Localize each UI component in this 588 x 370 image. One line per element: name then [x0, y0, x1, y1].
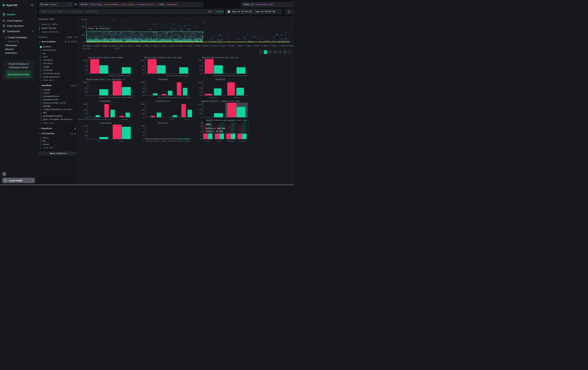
svg-text:100: 100 — [141, 59, 144, 61]
svg-text:0: 0 — [85, 116, 87, 118]
svg-text:0: 0 — [85, 138, 87, 140]
svg-text:1600267: 1600267 — [161, 140, 168, 142]
svg-text:25: 25 — [199, 69, 202, 71]
svg-text:100: 100 — [141, 81, 144, 83]
svg-text:0.51.1: 0.51.1 — [184, 119, 190, 120]
svg-text:ResourceAttributes.k8s.pod.uid: ResourceAttributes.k8s.pod.uid — [202, 57, 239, 59]
svg-text:0: 0 — [143, 116, 144, 118]
svg-text:Server: Server — [233, 97, 239, 99]
svg-text:grpc.oteldemo.PaymentService/C: grpc.oteldemo.PaymentService/Charge — [158, 97, 190, 99]
svg-text:50: 50 — [84, 65, 87, 67]
svg-text:StatusCode: StatusCode — [99, 122, 112, 124]
svg-text:100: 100 — [141, 103, 144, 105]
svg-text:100: 100 — [198, 81, 202, 83]
svg-text:ScopeName: ScopeName — [100, 100, 111, 102]
svg-text:5e02b5fb-13ae-4296-bbbc-111f42: 5e02b5fb-13ae-4296-bbbc-111f423c460d — [213, 75, 247, 77]
svg-text:Internal: Internal — [210, 97, 218, 99]
svg-text:584623: 584623 — [178, 140, 184, 142]
svg-text:0: 0 — [85, 94, 87, 97]
svg-text:1386792: 1386792 — [153, 140, 160, 142]
svg-text:50: 50 — [84, 87, 87, 89]
svg-text:50: 50 — [84, 131, 87, 133]
svg-text:SpanAttributes...yment.card_ty: SpanAttributes...yment.card_type — [201, 100, 240, 102]
svg-text:100: 100 — [83, 59, 87, 61]
svg-text:payment-7985c8969c-mwmw7: payment-7985c8969c-mwmw7 — [167, 75, 189, 77]
svg-text:ScopeVersion: ScopeVersion — [156, 100, 170, 102]
svg-text:7: 7 — [200, 134, 202, 136]
svg-text:50: 50 — [199, 65, 202, 67]
svg-text:16: 16 — [142, 125, 144, 127]
svg-text:25: 25 — [199, 91, 202, 93]
svg-text:bronze: bronze — [205, 140, 211, 142]
svg-text:0: 0 — [143, 94, 144, 97]
svg-text:50: 50 — [199, 87, 202, 89]
svg-text:25: 25 — [84, 69, 87, 71]
svg-text:ResourceAttribu..ice.instance.: ResourceAttribu..ice.instance.id — [86, 79, 125, 81]
svg-text:25: 25 — [84, 112, 87, 115]
svg-text:payment: payment — [122, 119, 128, 120]
svg-text:ResourceAttributes.host.name: ResourceAttributes.host.name — [89, 57, 123, 59]
svg-text:100: 100 — [83, 81, 87, 83]
svg-text:platinum: platinum — [227, 140, 234, 142]
svg-text:0: 0 — [200, 94, 202, 97]
svg-text:50: 50 — [142, 109, 144, 111]
svg-text:4: 4 — [143, 134, 144, 136]
svg-text:50: 50 — [142, 65, 144, 67]
svg-text:0: 0 — [200, 138, 202, 140]
svg-text:25: 25 — [84, 134, 87, 136]
svg-text:28: 28 — [199, 125, 202, 127]
svg-text:25: 25 — [142, 112, 144, 115]
svg-text:Error: Error — [97, 140, 102, 142]
svg-text:0.1.0: 0.1.0 — [169, 119, 174, 120]
svg-text:25: 25 — [142, 69, 144, 71]
svg-text:Unset: Unset — [119, 140, 124, 142]
svg-text:Duration: Duration — [158, 122, 168, 124]
svg-text:1141978: 1141978 — [146, 140, 152, 142]
svg-text:8: 8 — [143, 131, 144, 133]
svg-text:25: 25 — [84, 91, 87, 93]
svg-text:ResourceAttributes.k8s.pod.nam: ResourceAttributes.k8s.pod.name — [144, 57, 182, 59]
svg-text:50: 50 — [84, 109, 87, 111]
svg-text:50: 50 — [142, 87, 144, 89]
svg-text:silver: silver — [239, 140, 245, 142]
svg-text:payment-7985c8969c-mwmw7: payment-7985c8969c-mwmw7 — [108, 75, 131, 77]
svg-text:@hyperdx/instrumentation-excep: @hyperdx/instrumentation-exception — [79, 119, 111, 120]
svg-text:100: 100 — [83, 125, 87, 127]
svg-text:SpanName: SpanName — [158, 79, 168, 81]
svg-text:0: 0 — [143, 72, 144, 75]
svg-text:999356: 999356 — [185, 140, 190, 142]
svg-text:f5344ec9-a1ea-4290-a62a-78f5be: f5344ec9-a1ea-4290-a62a-78f5bee8d90b — [99, 97, 132, 99]
svg-text:SpanKind: SpanKind — [216, 79, 225, 81]
svg-text:14: 14 — [199, 131, 202, 133]
svg-text:0: 0 — [85, 72, 87, 75]
svg-text:50: 50 — [199, 109, 202, 111]
svg-text:100: 100 — [83, 103, 87, 105]
svg-text:0: 0 — [200, 72, 202, 75]
svg-text:100: 100 — [198, 59, 202, 61]
svg-text:25: 25 — [199, 112, 202, 115]
svg-text:200027900: 200027900 — [168, 140, 177, 142]
svg-text:25: 25 — [142, 91, 144, 93]
svg-text:gold: gold — [218, 140, 221, 142]
svg-text:0: 0 — [143, 138, 144, 140]
svg-text:0: 0 — [200, 116, 202, 118]
svg-text:100: 100 — [198, 103, 202, 105]
